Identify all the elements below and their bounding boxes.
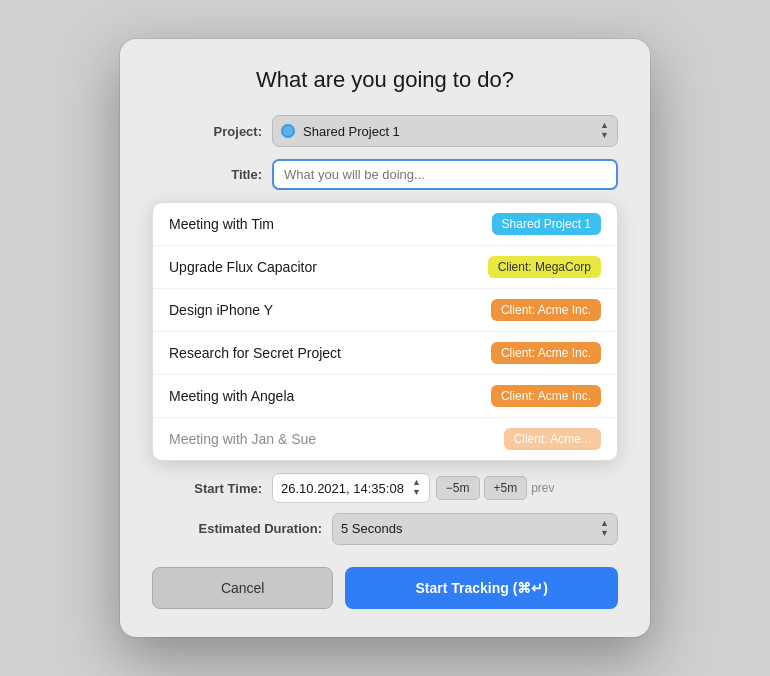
estimated-select[interactable]: 5 Seconds ▲▼	[332, 513, 618, 545]
project-select-text: Shared Project 1	[303, 124, 594, 139]
item-badge: Client: Acme Inc.	[491, 342, 601, 364]
item-name: Meeting with Jan & Sue	[169, 431, 316, 447]
item-badge: Shared Project 1	[492, 213, 601, 235]
plus5-button[interactable]: +5m	[484, 476, 528, 500]
project-select[interactable]: Shared Project 1 ▲▼	[272, 115, 618, 147]
item-name: Upgrade Flux Capacitor	[169, 259, 317, 275]
item-badge: Client: MegaCorp	[488, 256, 601, 278]
project-stepper-icon[interactable]: ▲▼	[600, 121, 609, 141]
suggestions-list: Meeting with Tim Shared Project 1 Upgrad…	[153, 203, 617, 460]
start-time-stepper[interactable]: ▲▼	[412, 478, 421, 498]
item-name: Design iPhone Y	[169, 302, 273, 318]
item-badge: Client: Acme...	[504, 428, 601, 450]
estimated-label: Estimated Duration:	[152, 521, 332, 536]
start-time-row: Start Time: 26.10.2021, 14:35:08 ▲▼ −5m …	[152, 473, 618, 503]
item-name: Meeting with Angela	[169, 388, 294, 404]
item-badge: Client: Acme Inc.	[491, 299, 601, 321]
start-time-value: 26.10.2021, 14:35:08	[281, 481, 404, 496]
button-row: Cancel Start Tracking (⌘↵)	[152, 567, 618, 609]
main-dialog: What are you going to do? Project: Share…	[120, 39, 650, 636]
project-color-dot	[281, 124, 295, 138]
estimated-value: 5 Seconds	[341, 521, 594, 536]
title-input[interactable]	[272, 159, 618, 190]
minus5-button[interactable]: −5m	[436, 476, 480, 500]
start-time-input[interactable]: 26.10.2021, 14:35:08 ▲▼	[272, 473, 430, 503]
estimated-stepper[interactable]: ▲▼	[600, 519, 609, 539]
list-item[interactable]: Upgrade Flux Capacitor Client: MegaCorp	[153, 246, 617, 289]
dialog-title: What are you going to do?	[152, 67, 618, 93]
list-item[interactable]: Meeting with Tim Shared Project 1	[153, 203, 617, 246]
estimated-row: Estimated Duration: 5 Seconds ▲▼	[152, 513, 618, 545]
item-name: Meeting with Tim	[169, 216, 274, 232]
cancel-button[interactable]: Cancel	[152, 567, 333, 609]
list-item[interactable]: Meeting with Jan & Sue Client: Acme...	[153, 418, 617, 460]
list-item[interactable]: Meeting with Angela Client: Acme Inc.	[153, 375, 617, 418]
start-tracking-button[interactable]: Start Tracking (⌘↵)	[345, 567, 618, 609]
start-time-label: Start Time:	[152, 481, 272, 496]
suggestions-dropdown: Meeting with Tim Shared Project 1 Upgrad…	[152, 202, 618, 461]
project-row: Project: Shared Project 1 ▲▼	[152, 115, 618, 147]
list-item[interactable]: Research for Secret Project Client: Acme…	[153, 332, 617, 375]
project-label: Project:	[152, 124, 272, 139]
item-badge: Client: Acme Inc.	[491, 385, 601, 407]
title-row: Title:	[152, 159, 618, 190]
prev-button[interactable]: prev	[531, 481, 554, 495]
list-item[interactable]: Design iPhone Y Client: Acme Inc.	[153, 289, 617, 332]
title-label: Title:	[152, 167, 272, 182]
item-name: Research for Secret Project	[169, 345, 341, 361]
